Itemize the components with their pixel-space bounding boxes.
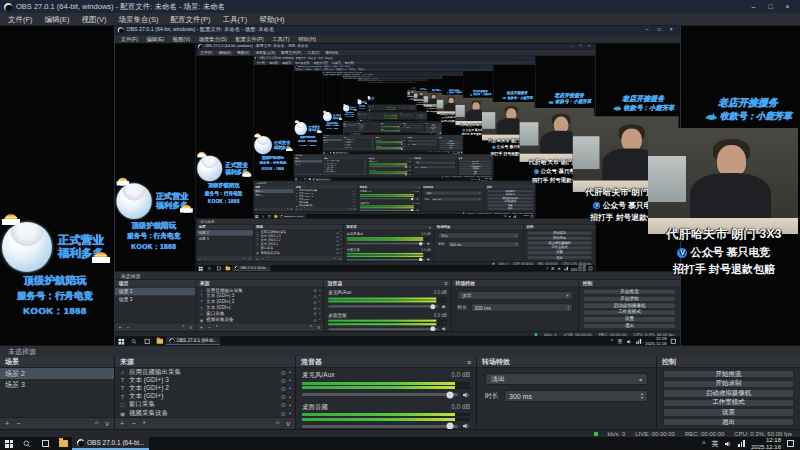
speaker-icon[interactable] (409, 166, 411, 168)
settings-button[interactable]: 设置 (527, 251, 592, 255)
transition-select[interactable]: 淡出 ▾ (458, 291, 573, 300)
lock-icon[interactable]: • (289, 369, 291, 375)
volume-slider[interactable] (302, 393, 458, 396)
menu-scene-collection[interactable]: 场景集合(S) (252, 49, 278, 56)
slider-handle[interactable] (396, 116, 397, 117)
visibility-icon[interactable]: ⊙ (313, 311, 317, 316)
task-view-icon[interactable] (36, 437, 54, 450)
volume-slider[interactable] (302, 425, 458, 428)
source-properties-button[interactable]: * (267, 256, 268, 261)
add-scene-button[interactable]: + (199, 256, 201, 261)
scene-up-button[interactable]: ^ (182, 324, 184, 330)
volume-icon[interactable] (724, 440, 732, 448)
source-down-button[interactable]: v (339, 256, 341, 261)
duration-spinbox[interactable]: 300 ms ▴ ▾ (398, 107, 407, 108)
transition-select[interactable]: 淡出 ▾ (408, 140, 437, 142)
visibility-icon[interactable]: ⊙ (336, 247, 339, 251)
slider-handle[interactable] (430, 304, 435, 309)
duration-spinbox[interactable]: 300 ms ▴ ▾ (411, 143, 436, 145)
remove-scene-button[interactable]: − (16, 419, 20, 428)
scene-down-button[interactable]: v (249, 256, 251, 261)
menu-tools[interactable]: 工具(T) (268, 34, 294, 43)
lock-icon[interactable]: • (289, 394, 291, 400)
menu-view[interactable]: 视图(V) (168, 34, 194, 43)
visibility-icon[interactable]: ⊙ (281, 377, 286, 384)
scene-down-button[interactable]: v (189, 324, 192, 330)
visibility-icon[interactable]: ⊙ (281, 410, 286, 417)
spin-down-icon[interactable]: ▾ (453, 167, 454, 168)
duration-spinbox[interactable]: 300 ms ▴ ▾ (448, 241, 520, 247)
start-button[interactable] (0, 437, 18, 450)
scene-item[interactable]: 场景 3 (294, 163, 322, 166)
menu-edit[interactable]: 编辑(E) (39, 13, 76, 26)
transition-select[interactable]: 淡出 ▾ (415, 161, 456, 164)
duration-spinbox[interactable]: 300 ms ▴ ▾ (431, 197, 482, 201)
visibility-icon[interactable]: ⊙ (336, 239, 339, 243)
lock-icon[interactable]: • (289, 402, 291, 408)
lock-icon[interactable]: • (355, 201, 356, 203)
close-button[interactable]: × (665, 26, 677, 34)
remove-source-button[interactable]: − (208, 324, 211, 330)
preview-canvas[interactable]: OBS 27.0.1 (64-bit, windows) - 配置文件: 未命名… (343, 79, 442, 121)
network-icon[interactable] (565, 267, 568, 271)
lock-icon[interactable]: • (340, 251, 341, 254)
lock-icon[interactable]: • (340, 247, 341, 250)
scene-item[interactable]: 场景 3 (196, 236, 253, 242)
studio-mode-button[interactable]: 工作室模式 (583, 309, 676, 315)
lock-icon[interactable]: • (340, 231, 341, 234)
source-up-button[interactable]: ^ (334, 256, 336, 261)
volume-slider[interactable] (347, 243, 425, 245)
lock-icon[interactable]: • (319, 294, 320, 298)
volume-slider[interactable] (369, 166, 408, 167)
add-scene-button[interactable]: + (5, 419, 9, 428)
taskbar-obs-button[interactable]: OBS 27.0.1 (64-bi... (72, 437, 149, 450)
menu-help[interactable]: 帮助(H) (294, 34, 320, 43)
menu-file[interactable]: 文件(F) (2, 13, 39, 26)
speaker-icon[interactable] (462, 422, 470, 429)
volume-icon[interactable] (627, 338, 633, 344)
visibility-icon[interactable]: ⊙ (336, 230, 339, 234)
volume-slider[interactable] (328, 328, 438, 330)
menu-profile[interactable]: 配置文件(P) (278, 49, 304, 56)
lock-icon[interactable]: • (319, 312, 320, 316)
volume-slider[interactable] (376, 144, 403, 145)
start-streaming-button[interactable]: 开始推流 (583, 289, 676, 295)
scene-item[interactable]: 场景 2 (0, 368, 114, 379)
tray-expand-icon[interactable]: ^ (611, 339, 613, 344)
transition-select[interactable]: 淡出 ▾ (438, 233, 519, 239)
source-item[interactable]: ◉ 视频采集设备 ⊙ • (115, 409, 295, 417)
menu-profile[interactable]: 配置文件(P) (165, 13, 217, 26)
lock-icon[interactable]: • (355, 195, 356, 197)
network-icon[interactable] (637, 339, 642, 344)
notification-icon[interactable] (589, 267, 592, 271)
visibility-icon[interactable]: ⊙ (313, 300, 317, 305)
source-item[interactable]: ◉ 视频采集设备 ⊙ • (343, 147, 375, 148)
menu-tools[interactable]: 工具(T) (304, 49, 322, 56)
visibility-icon[interactable]: ⊙ (281, 393, 286, 400)
file-explorer-icon[interactable] (54, 437, 72, 450)
preview-canvas[interactable]: OBS 27.0.1 (64-bit, windows) - 配置文件: 未命名… (323, 76, 464, 135)
network-icon[interactable] (738, 440, 745, 447)
visibility-icon[interactable]: ⊙ (336, 243, 339, 247)
close-button[interactable]: × (779, 0, 796, 13)
menu-tools[interactable]: 工具(T) (217, 13, 254, 26)
mixer-menu-icon[interactable]: ≡ (467, 359, 471, 366)
slider-handle[interactable] (398, 127, 399, 128)
spin-down-icon[interactable]: ▾ (641, 396, 643, 401)
preview-canvas[interactable]: OBS 27.0.1 (64-bit, windows) - 配置文件: 未命名… (294, 71, 493, 154)
exit-button[interactable]: 退出 (459, 173, 492, 175)
visibility-icon[interactable]: ⊙ (353, 204, 355, 207)
add-scene-button[interactable]: + (119, 324, 122, 330)
spin-down-icon[interactable]: ▾ (568, 307, 570, 310)
studio-mode-button[interactable]: 工作室模式 (663, 399, 794, 407)
preview-canvas[interactable]: 老店开接援务 收款号：小鹿芳草 代肝哈夫市 朗门 3X3 V 公众号 慕只电竞 … (367, 83, 417, 104)
lock-icon[interactable]: • (355, 198, 356, 200)
mixer-menu-icon[interactable]: ≡ (429, 225, 431, 229)
source-item[interactable]: ◉ 视频采集设备 ⊙ • (323, 170, 368, 172)
maximize-button[interactable]: □ (762, 0, 779, 13)
lock-icon[interactable]: • (340, 239, 341, 242)
source-up-button[interactable]: ^ (276, 419, 280, 428)
source-properties-button[interactable]: * (143, 419, 146, 428)
taskbar-clock[interactable]: 12:18 2025.12.16 (645, 337, 666, 345)
remove-source-button[interactable]: − (262, 256, 264, 261)
